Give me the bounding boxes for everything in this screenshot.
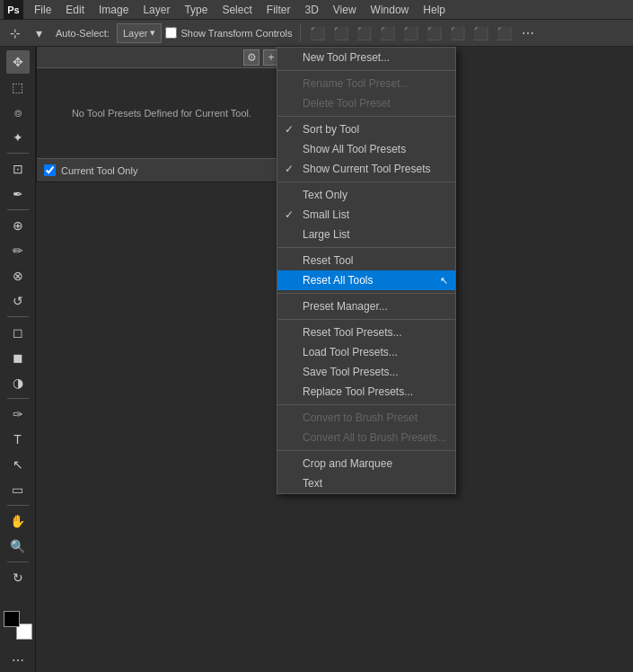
menu-item-text-only[interactable]: Text Only [277,185,455,205]
menu-edit[interactable]: Edit [58,2,92,18]
canvas-area: ⚙ + No Tool Presets Defined for Current … [36,47,633,672]
tool-zoom[interactable]: 🔍 [6,535,30,558]
distribute-right-icon[interactable]: ⬛ [495,23,514,43]
distribute-left-icon[interactable]: ⬛ [448,23,468,43]
foreground-color-swatch[interactable] [4,611,20,627]
gear-button[interactable]: ⚙ [243,49,259,66]
menu-item-large-list[interactable]: Large List [277,225,455,244]
checkmark-icon: ✓ [285,208,294,221]
tool-dodge[interactable]: ◑ [6,371,30,394]
tool-pen[interactable]: ✑ [6,402,30,426]
menu-item-load-tool-presets[interactable]: Load Tool Presets... [277,342,455,362]
menu-item-label: Preset Manager... [303,300,388,313]
menu-item-reset-tool-presets[interactable]: Reset Tool Presets... [277,323,455,342]
menu-item-new-tool-preset[interactable]: New Tool Preset... [277,48,455,67]
current-tool-only-label: Current Tool Only [61,165,137,176]
menu-separator [277,181,455,182]
tool-eraser[interactable]: ◻ [6,321,30,344]
align-bottom-icon[interactable]: ⬛ [425,23,444,43]
menu-select[interactable]: Select [215,2,259,18]
menu-help[interactable]: Help [416,2,453,18]
tool-shape[interactable]: ▭ [6,478,30,501]
tool-eyedropper[interactable]: ✒ [6,182,30,206]
menu-item-label: Small List [303,208,349,221]
menu-item-label: Reset All Tools [303,274,374,287]
tool-gradient[interactable]: ◼ [6,346,30,369]
menu-item-label: Show Current Tool Presets [303,163,431,175]
menu-separator [277,319,455,320]
cursor-indicator: ↖ [440,275,448,287]
more-options-icon[interactable]: ⋯ [518,23,538,43]
tool-clone-stamp[interactable]: ⊗ [6,264,30,287]
menu-separator [277,404,455,405]
move-arrow-icon[interactable]: ▾ [29,23,48,43]
menu-item-crop-and-marquee[interactable]: Crop and Marquee [277,454,455,473]
layer-select-btn[interactable]: Layer ▾ [117,23,163,43]
options-toolbar: ⊹ ▾ Auto-Select: Layer ▾ Show Transform … [0,20,633,47]
current-tool-only-checkbox[interactable] [44,164,56,176]
menu-item-label: Crop and Marquee [303,457,392,470]
align-left-icon[interactable]: ⬛ [308,23,328,43]
menu-item-show-all-tool-presets[interactable]: Show All Tool Presets [277,139,455,159]
menu-file[interactable]: File [27,2,58,18]
color-swatches[interactable] [4,611,32,640]
menu-item-delete-tool-preset: Delete Tool Preset [277,93,455,113]
menu-item-label: Rename Tool Preset... [303,77,409,90]
ps-logo: Ps [4,0,23,20]
distribute-center-icon[interactable]: ⬛ [471,23,491,43]
tool-separator-5 [7,505,29,506]
menu-item-show-current-tool-presets[interactable]: ✓Show Current Tool Presets [277,159,455,179]
no-presets-message: No Tool Presets Defined for Current Tool… [72,108,251,119]
menu-item-small-list[interactable]: ✓Small List [277,205,455,225]
menu-item-reset-all-tools[interactable]: Reset All Tools↖ [277,270,455,290]
menu-separator [277,247,455,248]
tool-lasso[interactable]: ⌾ [6,101,30,124]
tool-rotate[interactable]: ↻ [6,566,30,589]
menu-item-replace-tool-presets[interactable]: Replace Tool Presets... [277,382,455,402]
main-layout: ✥ ⬚ ⌾ ✦ ⊡ ✒ ⊕ ✏ ⊗ ↺ ◻ ◼ ◑ ✑ T ↖ ▭ ✋ 🔍 ↻ … [0,47,633,672]
menu-separator [277,70,455,71]
tool-separator-3 [7,316,29,317]
tool-marquee[interactable]: ⬚ [6,75,30,99]
tool-spot-healing[interactable]: ⊕ [6,214,30,237]
presets-body: No Tool Presets Defined for Current Tool… [37,68,286,158]
menu-separator [277,293,455,294]
menu-item-label: Large List [303,228,350,241]
tool-crop[interactable]: ⊡ [6,157,30,181]
menu-type[interactable]: Type [177,2,215,18]
tool-move[interactable]: ✥ [6,50,30,74]
tool-magic-wand[interactable]: ✦ [6,126,30,149]
move-tool-icon[interactable]: ⊹ [5,23,25,43]
tool-path-selection[interactable]: ↖ [6,453,30,476]
align-center-icon[interactable]: ⬛ [331,23,351,43]
tool-more[interactable]: ⋯ [6,649,30,672]
menu-item-label: Text [303,477,322,490]
menu-view[interactable]: View [326,2,364,18]
transform-controls-check[interactable]: Show Transform Controls [165,27,292,39]
tool-panel: ✥ ⬚ ⌾ ✦ ⊡ ✒ ⊕ ✏ ⊗ ↺ ◻ ◼ ◑ ✑ T ↖ ▭ ✋ 🔍 ↻ … [0,47,36,672]
menu-layer[interactable]: Layer [136,2,177,18]
tool-separator-4 [7,398,29,399]
menu-item-sort-by-tool[interactable]: ✓Sort by Tool [277,119,455,139]
align-top-icon[interactable]: ⬛ [378,23,398,43]
menu-item-label: Convert All to Brush Presets... [303,431,446,444]
menu-item-reset-tool[interactable]: Reset Tool [277,251,455,270]
menu-separator [277,450,455,451]
align-right-icon[interactable]: ⬛ [355,23,374,43]
menu-image[interactable]: Image [92,2,136,18]
transform-controls-checkbox[interactable] [165,27,177,39]
tool-brush[interactable]: ✏ [6,239,30,262]
tool-hand[interactable]: ✋ [6,509,30,533]
tool-history-brush[interactable]: ↺ [6,289,30,313]
menu-3d[interactable]: 3D [297,2,325,18]
menu-item-label: Reset Tool [303,254,353,267]
align-middle-icon[interactable]: ⬛ [401,23,421,43]
menu-separator [277,116,455,117]
tool-type[interactable]: T [6,428,30,451]
tool-separator-1 [7,153,29,154]
menu-item-text[interactable]: Text [277,473,455,493]
menu-window[interactable]: Window [364,2,417,18]
menu-item-preset-manager[interactable]: Preset Manager... [277,296,455,316]
menu-filter[interactable]: Filter [259,2,298,18]
menu-item-save-tool-presets[interactable]: Save Tool Presets... [277,362,455,382]
